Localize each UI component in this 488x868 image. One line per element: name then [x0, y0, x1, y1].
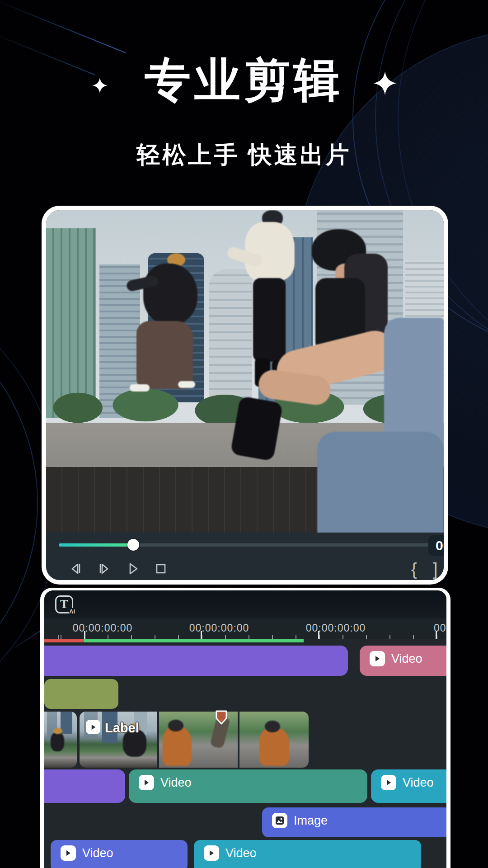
decor-ring [0, 289, 38, 716]
timeline-clip-video[interactable]: Video [371, 769, 446, 803]
timeline-clip-video[interactable]: Video [360, 646, 446, 676]
step-back-icon [68, 561, 84, 577]
filmstrip-segment[interactable]: Label [80, 712, 309, 768]
clip-label: Video [403, 776, 434, 790]
clip-label: Label [105, 721, 139, 736]
play-button[interactable] [124, 560, 142, 578]
dancer-left [130, 384, 150, 392]
audio-strip-recorded [44, 639, 84, 642]
clip-label: Video [160, 776, 192, 790]
clip-label: Video [391, 652, 422, 666]
ruler-tick-major [201, 631, 202, 639]
ruler-timecode: 00:00:00:00 [73, 622, 133, 634]
timeline-clip-image[interactable]: Image [262, 807, 446, 837]
play-badge-icon [139, 775, 154, 790]
step-forward-icon [96, 561, 112, 577]
image-badge-icon [272, 813, 287, 828]
ruler-tick-major [436, 631, 437, 639]
sparkle-icon [373, 71, 397, 95]
timeline-toolbar: T AI [44, 590, 446, 618]
progress-thumb[interactable] [127, 539, 139, 551]
timeline-clip-video[interactable]: Video [129, 769, 367, 803]
filmstrip-segment[interactable] [44, 712, 77, 768]
page-title: 专业剪辑 [0, 50, 488, 112]
timeline-panel: T AI 00:00:00:00 00:00:00:00 00:00:00:00… [40, 588, 450, 868]
ruler-tick-major [318, 631, 319, 639]
step-forward-frame-button[interactable] [95, 560, 113, 578]
play-badge-icon [204, 845, 219, 861]
text-ai-tool-button[interactable]: T AI [55, 595, 73, 613]
sparkle-icon [92, 78, 108, 93]
preview-photo [46, 210, 444, 533]
keyframe-bracket-icon[interactable]: ] [433, 560, 438, 579]
playhead-pin-icon[interactable] [215, 710, 228, 725]
keyframe-brace-open-icon[interactable]: { [411, 560, 417, 579]
timeline-clip-track1[interactable] [44, 646, 348, 676]
timeline-clip-video[interactable]: Video [51, 840, 188, 868]
dancer-left [136, 321, 193, 389]
ruler-timecode: 00:00:00:00 [189, 622, 249, 634]
dancer-left [143, 264, 197, 325]
timecode-chip: 00 [428, 535, 444, 556]
ruler-tick-major [84, 631, 85, 639]
audio-strip-active [84, 639, 304, 642]
decor-line [0, 0, 126, 53]
play-badge-icon [370, 651, 385, 666]
ai-tag: AI [69, 608, 75, 615]
player-controls-bar: 00 { ] [46, 533, 444, 580]
stop-button[interactable] [152, 560, 170, 578]
ruler-timecode: 00:00:00:00 [306, 622, 366, 634]
dancer-center [253, 278, 286, 362]
ruler-ticks [44, 635, 446, 639]
promo-screen: 专业剪辑 轻松上手 快速出片 [0, 0, 488, 868]
clip-label: Image [294, 814, 328, 828]
video-preview-card: 00 { ] [42, 206, 448, 585]
play-badge-icon [61, 845, 76, 861]
dancer-left [178, 381, 195, 388]
play-badge-icon [381, 775, 396, 790]
timeline-clip-track4[interactable] [44, 769, 125, 803]
dancer-right [317, 432, 444, 533]
play-icon [125, 561, 141, 577]
dancer-center [245, 222, 295, 281]
page-subtitle: 轻松上手 快速出片 [0, 139, 488, 171]
play-badge-icon [86, 720, 100, 734]
stop-icon [153, 561, 169, 577]
progress-fill [59, 543, 133, 547]
timeline-ruler[interactable]: 00:00:00:00 00:00:00:00 00:00:00:00 00:0… [44, 618, 446, 639]
timeline-clip-video[interactable]: Video [194, 840, 421, 868]
clip-label: Video [225, 846, 257, 860]
timeline-clip-track2[interactable] [44, 679, 118, 709]
clip-label: Video [82, 846, 113, 860]
step-back-frame-button[interactable] [67, 560, 85, 578]
